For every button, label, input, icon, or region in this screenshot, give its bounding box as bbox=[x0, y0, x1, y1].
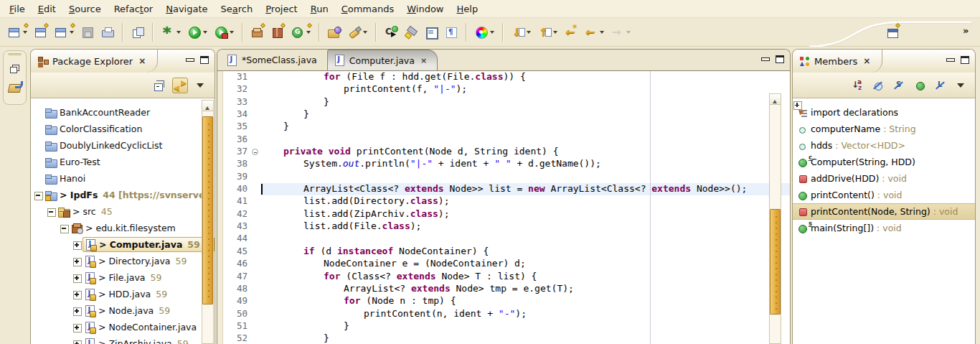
tree-expander[interactable] bbox=[72, 306, 83, 316]
tree-item[interactable]: > src 45 bbox=[31, 203, 215, 220]
tree-expander[interactable] bbox=[72, 240, 83, 250]
dropdown-arrow-icon[interactable] bbox=[527, 31, 531, 36]
editor-scrollbar[interactable] bbox=[769, 93, 781, 344]
last-edit-location-button[interactable] bbox=[562, 23, 580, 42]
tree-item[interactable]: > Node.java 59 bbox=[31, 302, 215, 319]
code-line[interactable]: NodeContainer e = (NodeContainer) d; bbox=[260, 258, 790, 270]
menu-source[interactable]: Source bbox=[62, 1, 108, 17]
open-perspective-button[interactable] bbox=[884, 23, 901, 42]
code-line[interactable]: } bbox=[260, 96, 790, 108]
code-line[interactable]: ArrayList<Class<? extends Node>> list = … bbox=[260, 183, 790, 195]
menu-navigate[interactable]: Navigate bbox=[159, 1, 214, 17]
close-icon[interactable]: × bbox=[420, 56, 427, 65]
debug-button[interactable] bbox=[159, 23, 183, 42]
member-item[interactable]: cComputer(String, HDD) bbox=[793, 154, 975, 170]
restore-views-button[interactable] bbox=[6, 60, 24, 77]
collapse-fold-icon[interactable] bbox=[252, 149, 258, 155]
dropdown-arrow-icon[interactable] bbox=[553, 31, 557, 36]
minimize-button[interactable] bbox=[946, 58, 955, 62]
minimize-button[interactable] bbox=[761, 57, 770, 61]
tree-expander[interactable] bbox=[72, 289, 83, 299]
dropdown-arrow-icon[interactable] bbox=[363, 31, 367, 36]
code-text[interactable]: for (File f : hdd.get(File.class)) {prin… bbox=[260, 71, 790, 344]
dropdown-arrow-icon[interactable] bbox=[600, 31, 604, 36]
tree-item[interactable]: Hanoi bbox=[31, 170, 215, 187]
dropdown-arrow-icon[interactable] bbox=[203, 31, 207, 36]
tree-expander[interactable] bbox=[72, 256, 83, 266]
code-line[interactable]: list.add(File.class); bbox=[260, 220, 790, 233]
menu-window[interactable]: Window bbox=[400, 1, 450, 17]
show-view-folder-button[interactable] bbox=[6, 78, 24, 95]
package-explorer-view-tab[interactable]: Package Explorer × bbox=[31, 50, 158, 73]
code-editor[interactable]: 3132333435363738394041424344454647484950… bbox=[217, 71, 790, 344]
show-selected-element-button[interactable] bbox=[423, 23, 440, 42]
view-menu-button[interactable] bbox=[193, 78, 209, 93]
hide-non-public-members-button[interactable] bbox=[912, 78, 928, 93]
editor-tab--someclass-java[interactable]: *SomeClass.java bbox=[220, 50, 327, 70]
hide-fields-button[interactable] bbox=[870, 78, 886, 93]
new-wizard-button[interactable] bbox=[6, 23, 29, 42]
menu-edit[interactable]: Edit bbox=[32, 1, 62, 17]
tree-item[interactable]: > IpdFs 44 [https://svnserver.i bbox=[31, 187, 215, 203]
tree-expander[interactable] bbox=[60, 223, 70, 233]
code-line[interactable]: private void printContent(Node d, String… bbox=[260, 146, 790, 158]
dropdown-arrow-icon[interactable] bbox=[23, 31, 27, 36]
line-number[interactable]: 31 bbox=[224, 71, 251, 83]
tree-item[interactable]: > File.java 59 bbox=[31, 269, 215, 286]
menu-commands[interactable]: Commands bbox=[335, 1, 401, 17]
member-item[interactable]: addDrive(HDD) : void bbox=[793, 170, 975, 187]
show-whitespace-button[interactable] bbox=[443, 23, 460, 42]
hide-local-types-button[interactable] bbox=[933, 78, 948, 93]
line-number[interactable]: 37 bbox=[224, 146, 251, 158]
tree-item[interactable]: > edu.kit.filesystem bbox=[31, 220, 215, 236]
view-menu-button[interactable] bbox=[953, 78, 969, 93]
close-icon[interactable]: × bbox=[138, 56, 146, 66]
scrollbar-thumb[interactable] bbox=[770, 209, 781, 315]
menu-help[interactable]: Help bbox=[451, 1, 485, 17]
code-line[interactable] bbox=[260, 134, 790, 146]
line-number[interactable]: 44 bbox=[224, 233, 251, 245]
code-line[interactable]: } bbox=[260, 121, 790, 133]
line-number[interactable]: 46 bbox=[224, 258, 251, 270]
line-number[interactable]: 34 bbox=[224, 108, 251, 121]
print-button[interactable] bbox=[99, 23, 116, 42]
member-item[interactable]: computerName : String bbox=[793, 121, 975, 137]
dropdown-arrow-icon[interactable] bbox=[230, 31, 234, 36]
editor-tab-computer-java[interactable]: Computer.java× bbox=[327, 50, 438, 70]
menu-refactor[interactable]: Refactor bbox=[108, 1, 160, 17]
line-number[interactable]: 41 bbox=[224, 195, 251, 208]
dropdown-arrow-icon[interactable] bbox=[490, 31, 494, 36]
code-line[interactable]: ArrayList<? extends Node> tmp = e.get(T)… bbox=[260, 283, 790, 295]
line-number[interactable]: 32 bbox=[224, 83, 251, 96]
code-line[interactable]: list.add(Directory.class); bbox=[260, 195, 790, 208]
minimize-button[interactable] bbox=[186, 58, 194, 62]
collapse-all-button[interactable] bbox=[151, 78, 167, 93]
code-line[interactable]: } bbox=[260, 320, 790, 333]
line-number[interactable]: 39 bbox=[224, 171, 251, 183]
link-with-editor-button[interactable] bbox=[172, 78, 188, 93]
line-number[interactable]: 40 bbox=[224, 183, 251, 195]
package-explorer-scrollbar[interactable] bbox=[202, 100, 214, 344]
dropdown-arrow-icon[interactable] bbox=[306, 31, 311, 36]
code-line[interactable]: for (File f : hdd.get(File.class)) { bbox=[260, 71, 790, 83]
fast-view-drag-handle[interactable] bbox=[8, 53, 22, 55]
new-java-project-button[interactable] bbox=[32, 23, 50, 42]
sort-members-button[interactable] bbox=[849, 78, 865, 93]
new-java-package-button[interactable] bbox=[249, 23, 266, 42]
new-class-button[interactable] bbox=[289, 23, 313, 42]
tree-item[interactable]: > HDD.java 59 bbox=[31, 286, 215, 302]
code-line[interactable]: System.out.println("|-" + ident + " " + … bbox=[260, 158, 790, 170]
member-item[interactable]: import declarations bbox=[793, 104, 975, 121]
code-line[interactable]: printContent(n, ident + "-"); bbox=[260, 308, 790, 320]
tree-item[interactable]: > NodeContainer.java bbox=[31, 319, 215, 335]
menu-project[interactable]: Project bbox=[259, 1, 304, 17]
scrollbar-thumb[interactable] bbox=[202, 116, 213, 305]
dropdown-arrow-icon[interactable] bbox=[70, 31, 74, 36]
code-line[interactable]: for (Node n : tmp) { bbox=[260, 295, 790, 307]
maximize-button[interactable] bbox=[961, 56, 969, 64]
line-number[interactable]: 48 bbox=[224, 283, 251, 295]
line-number[interactable]: 38 bbox=[224, 158, 251, 170]
maximize-button[interactable] bbox=[776, 55, 784, 63]
code-line[interactable]: } bbox=[260, 333, 790, 344]
back-button[interactable] bbox=[583, 23, 606, 42]
